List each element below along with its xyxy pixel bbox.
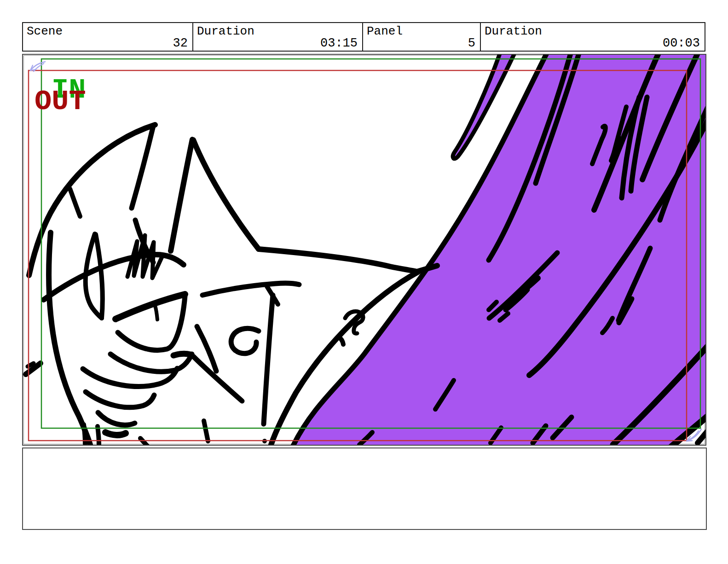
scene-field: Scene 32 [23,23,193,51]
panel-label: Panel [367,24,403,38]
panel-duration-field: Duration 00:03 [481,23,705,51]
header-table: Scene 32 Duration 03:15 Panel 5 Duration… [22,22,705,52]
scene-label: Scene [27,24,63,38]
panel-field: Panel 5 [363,23,481,51]
storyboard-sheet: { "header": { "fields": [ { "label": "Sc… [0,0,728,564]
out-label: OUT [35,85,86,118]
sketch-svg: IN OUT [23,55,705,445]
caption-box[interactable] [22,448,707,530]
scene-duration-value: 03:15 [320,36,358,50]
panel-duration-label: Duration [485,24,542,38]
scene-duration-label: Duration [197,24,254,38]
scene-duration-field: Duration 03:15 [193,23,363,51]
scene-value: 32 [173,36,188,50]
drawing-canvas[interactable]: IN OUT [22,54,706,446]
panel-duration-value: 00:03 [663,36,700,50]
panel-value: 5 [468,36,475,50]
